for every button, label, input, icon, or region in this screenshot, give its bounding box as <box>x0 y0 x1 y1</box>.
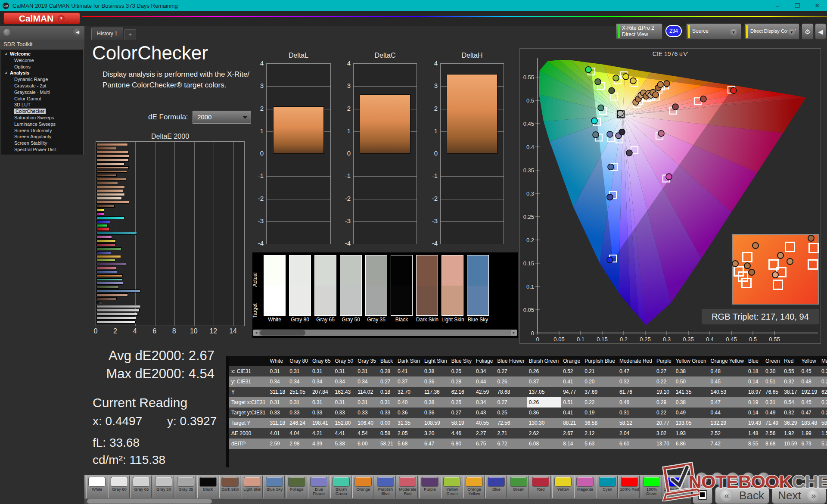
table-cell[interactable]: 311.18 <box>267 387 287 397</box>
table-cell[interactable]: 0.34 <box>333 376 356 387</box>
table-cell[interactable]: 6.60 <box>617 439 654 449</box>
table-cell[interactable]: 0.37 <box>819 397 827 408</box>
table-cell[interactable]: 0.47 <box>799 408 819 418</box>
table-cell[interactable]: 76.65 <box>763 387 782 397</box>
sidebar-item-screen-angularity[interactable]: Screen Angularity <box>1 134 83 140</box>
table-cell[interactable]: 0.36 <box>395 408 422 418</box>
de-formula-select[interactable]: 2000 <box>193 111 251 124</box>
table-cell[interactable]: 0.34 <box>267 376 287 387</box>
table-cell[interactable]: 0.33 <box>287 408 310 418</box>
patch-button-yellow[interactable]: Yellow <box>552 476 573 498</box>
table-cell[interactable]: 0.36 <box>422 376 449 387</box>
table-cell[interactable]: 0.41 <box>561 376 582 387</box>
patch-button-green[interactable]: Green <box>508 476 529 498</box>
table-cell[interactable]: 0.21 <box>582 366 617 376</box>
table-cell[interactable]: 0.25 <box>449 397 474 408</box>
table-cell[interactable]: 0.36 <box>422 408 449 418</box>
table-cell[interactable]: 0.22 <box>654 408 674 418</box>
patch-button-magenta[interactable]: Magenta <box>574 476 595 498</box>
table-cell[interactable]: 2.05 <box>395 428 422 439</box>
scroll-right-icon[interactable]: ► <box>511 330 517 336</box>
table-cell[interactable]: 0.45 <box>799 397 819 408</box>
table-cell[interactable]: 32.70 <box>395 387 422 397</box>
table-cell[interactable]: 0.14 <box>746 408 763 418</box>
patch-button-100-blue[interactable]: 100% Blue <box>663 476 684 498</box>
table-cell[interactable]: 58.58 <box>819 418 827 428</box>
table-cell[interactable]: 0.22 <box>654 376 674 387</box>
table-cell[interactable]: 6.08 <box>527 439 561 449</box>
table-cell[interactable]: 78.68 <box>495 387 526 397</box>
table-cell[interactable]: 0.41 <box>561 408 582 418</box>
table-cell[interactable]: 0.34 <box>287 376 310 387</box>
table-cell[interactable]: 2.62 <box>527 428 561 439</box>
table-cell[interactable]: 72.56 <box>495 418 526 428</box>
table-cell[interactable]: 2.12 <box>582 428 617 439</box>
table-cell[interactable]: 0.37 <box>527 376 561 387</box>
sidebar-item-dynamic-range[interactable]: Dynamic Range <box>1 76 83 83</box>
table-cell[interactable]: 130.30 <box>527 418 561 428</box>
panel-collapse-button[interactable]: ◀ <box>815 23 826 40</box>
table-cell[interactable]: 4.54 <box>355 428 378 439</box>
table-cell[interactable]: 0.51 <box>763 376 782 387</box>
table-cell[interactable]: 0.51 <box>561 397 582 408</box>
patch-button-dark-skin[interactable]: Dark Skin <box>219 476 240 498</box>
patch-button-gray-35[interactable]: Gray 35 <box>175 476 196 498</box>
table-cell[interactable]: 37.69 <box>582 387 617 397</box>
next-button[interactable]: Next » <box>772 487 826 504</box>
table-cell[interactable]: 2.98 <box>287 439 310 449</box>
table-cell[interactable]: 0.25 <box>449 366 474 376</box>
table-cell[interactable]: 13.70 <box>654 439 674 449</box>
table-cell[interactable]: 0.32 <box>617 376 654 387</box>
table-cell[interactable]: 0.31 <box>763 397 782 408</box>
table-cell[interactable]: 6.00 <box>355 439 378 449</box>
patch-button-gray-50[interactable]: Gray 50 <box>153 476 174 498</box>
patch-button-100-green[interactable]: 100% Green <box>641 476 662 498</box>
patch-button-black[interactable]: Black <box>197 476 218 498</box>
table-cell[interactable]: 162.43 <box>333 387 356 397</box>
patch-button-light-skin[interactable]: Light Skin <box>242 476 263 498</box>
table-cell[interactable]: 141.35 <box>674 387 709 397</box>
table-cell[interactable]: 0.33 <box>333 408 356 418</box>
back-button[interactable]: « Back <box>715 487 769 504</box>
tab-history-1[interactable]: History 1 <box>91 28 123 40</box>
table-cell[interactable]: 2.59 <box>267 439 287 449</box>
sidebar-led-button[interactable] <box>3 29 10 36</box>
table-cell[interactable]: 8.68 <box>763 439 782 449</box>
table-cell[interactable]: 5.38 <box>333 439 356 449</box>
table-cell[interactable]: 0.00 <box>378 418 395 428</box>
table-cell[interactable]: 0.31 <box>617 408 654 418</box>
table-cell[interactable]: 0.19 <box>582 408 617 418</box>
table-cell[interactable]: 0.32 <box>782 376 799 387</box>
table-cell[interactable]: 58.21 <box>378 439 395 449</box>
table-cell[interactable]: 0.52 <box>561 366 582 376</box>
table-cell[interactable]: 0.34 <box>355 376 378 387</box>
table-cell[interactable]: 311.18 <box>267 418 287 428</box>
transport-button-4[interactable] <box>742 472 755 485</box>
table-cell[interactable]: 0.48 <box>799 376 819 387</box>
table-cell[interactable]: 2.27 <box>474 428 495 439</box>
table-cell[interactable]: 0.31 <box>310 366 333 376</box>
pattern-window-button[interactable] <box>693 486 712 504</box>
sidebar-item-welcome[interactable]: Welcome <box>1 51 83 57</box>
patch-button-gray-80[interactable]: Gray 80 <box>109 476 130 498</box>
table-cell[interactable]: 0.27 <box>495 397 526 408</box>
table-cell[interactable]: 0.31 <box>267 366 287 376</box>
meter-dropdown[interactable]: X-Rite i1Pro 2 Direct View <box>616 23 662 40</box>
patch-strip-scroll-thumb[interactable] <box>87 499 212 504</box>
table-cell[interactable]: 2.52 <box>709 428 746 439</box>
table-cell[interactable]: 192.19 <box>799 387 819 397</box>
patch-button-red[interactable]: Red <box>530 476 551 498</box>
table-cell[interactable]: 5.68 <box>395 439 422 449</box>
expander-icon[interactable] <box>4 53 7 55</box>
table-cell[interactable]: 20.77 <box>654 418 674 428</box>
table-cell[interactable]: 71.49 <box>763 418 782 428</box>
table-cell[interactable]: 0.33 <box>378 408 395 418</box>
table-cell[interactable]: 0.38 <box>674 397 709 408</box>
table-cell[interactable]: 0.25 <box>819 376 827 387</box>
table-cell[interactable]: 4.39 <box>310 439 333 449</box>
table-cell[interactable]: 0.27 <box>495 366 526 376</box>
table-cell[interactable]: 58.12 <box>617 418 654 428</box>
sidebar-item-grayscale-2pt[interactable]: Grayscale - 2pt <box>1 83 83 89</box>
table-cell[interactable]: 0.47 <box>709 397 746 408</box>
table-cell[interactable]: 0.32 <box>782 408 799 418</box>
